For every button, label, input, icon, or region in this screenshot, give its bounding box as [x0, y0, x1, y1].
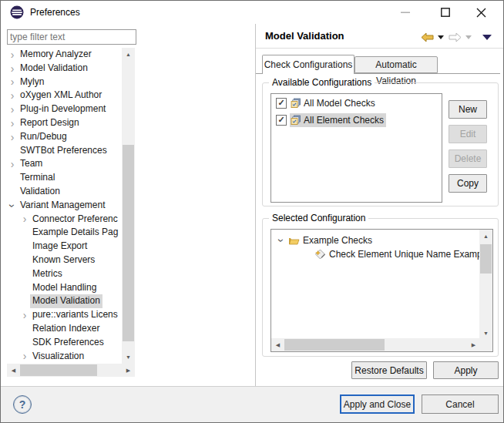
scroll-left-icon[interactable]: ◀ — [271, 338, 284, 351]
tree-vertical-scrollbar[interactable]: ▲ ▼ — [122, 48, 135, 364]
sidebar-item-label: Relation Indexer — [30, 322, 102, 336]
sidebar-item-metrics[interactable]: Metrics — [7, 267, 122, 281]
sidebar-item-label: Metrics — [30, 267, 65, 281]
tree-row[interactable]: › Example Checks — [276, 233, 372, 247]
sidebar-item-known-servers[interactable]: Known Servers — [7, 253, 122, 267]
scroll-right-icon[interactable]: ▶ — [122, 364, 135, 377]
check-configuration-icon — [291, 115, 301, 126]
scroll-up-icon[interactable]: ▲ — [479, 230, 492, 243]
sidebar-item-relation-indexer[interactable]: Relation Indexer — [7, 322, 122, 336]
sidebar-item-example-details-pag[interactable]: Example Details Pag — [7, 226, 122, 240]
list-horizontal-scrollbar[interactable]: ◀ ▶ — [271, 338, 480, 351]
sidebar-item-variant-management[interactable]: › Variant Management — [7, 199, 122, 213]
open-folder-icon — [288, 236, 300, 246]
expander-icon[interactable]: › — [7, 90, 18, 101]
scrollbar-thumb[interactable] — [123, 145, 134, 341]
sidebar-item-model-validation[interactable]: Model Validation — [7, 294, 122, 308]
preferences-dialog: Preferences › Memory Analyzer › Model Va… — [0, 0, 504, 423]
expander-icon[interactable]: › — [276, 235, 287, 246]
expander-icon[interactable]: › — [7, 159, 18, 170]
edit-button[interactable]: Edit — [449, 125, 487, 143]
sidebar-item-team[interactable]: › Team — [7, 157, 122, 171]
sidebar-item-run-debug[interactable]: › Run/Debug — [7, 130, 122, 144]
expander-icon[interactable]: › — [7, 76, 18, 87]
sidebar-item-oxygen-xml-author[interactable]: › oXygen XML Author — [7, 89, 122, 102]
available-configurations-list[interactable]: ✓ All Model Checks ✓ — [270, 93, 442, 203]
delete-button[interactable]: Delete — [449, 149, 487, 168]
sidebar-item-report-design[interactable]: › Report Design — [7, 116, 122, 130]
expander-icon[interactable]: › — [19, 310, 30, 321]
expander-icon[interactable]: › — [19, 351, 30, 361]
sidebar-item-label: Memory Analyzer — [18, 48, 94, 62]
checkbox[interactable]: ✓ — [276, 98, 287, 109]
sidebar-item-model-handling[interactable]: Model Handling — [7, 281, 122, 295]
sidebar-item-label: Run/Debug — [18, 130, 69, 144]
expander-icon[interactable]: › — [7, 49, 18, 60]
checkbox[interactable]: ✓ — [276, 115, 287, 126]
scroll-up-icon[interactable]: ▲ — [122, 48, 135, 61]
sidebar-item-mylyn[interactable]: › Mylyn — [7, 76, 122, 89]
sidebar-item-label: Example Details Pag — [30, 226, 120, 240]
sidebar-item-visualization[interactable]: › Visualization — [7, 350, 122, 364]
forward-history-caret-icon[interactable] — [465, 35, 472, 39]
sidebar-item-label: SWTBot Preferences — [18, 144, 109, 158]
scrollbar-thumb[interactable] — [284, 339, 385, 351]
sidebar-item-label: Model Handling — [30, 281, 99, 295]
cancel-button[interactable]: Cancel — [422, 394, 499, 414]
list-vertical-scrollbar[interactable]: ▲ ▼ — [479, 230, 492, 340]
help-icon[interactable]: ? — [13, 395, 32, 414]
group-label: Available Configurations — [269, 77, 375, 88]
expander-icon[interactable]: › — [7, 104, 18, 115]
expander-icon[interactable]: › — [7, 63, 18, 74]
scrollbar-thumb[interactable] — [480, 244, 492, 274]
scrollbar-thumb[interactable] — [20, 364, 97, 376]
new-button[interactable]: New — [449, 100, 487, 119]
sidebar-item-pure-variants-licens[interactable]: › pure::variants Licens — [7, 308, 122, 322]
scroll-down-icon[interactable]: ▼ — [122, 351, 135, 364]
forward-arrow-icon[interactable] — [449, 32, 462, 42]
sidebar-item-connector-preferenc[interactable]: › Connector Preferenc — [7, 213, 122, 227]
configuration-item-all-element-checks[interactable]: ✓ All Element Checks — [271, 112, 442, 128]
close-button[interactable] — [468, 1, 494, 24]
selected-configuration-tree[interactable]: › Example Checks Check Element Unique Na… — [270, 229, 493, 352]
page-navigation — [421, 32, 499, 44]
filter-input[interactable] — [7, 29, 136, 45]
scroll-left-icon[interactable]: ◀ — [7, 364, 20, 377]
scroll-right-icon[interactable]: ▶ — [467, 338, 480, 351]
sidebar-item-label: Variant Management — [18, 199, 108, 213]
expander-icon[interactable]: › — [7, 200, 18, 211]
view-menu-caret-icon[interactable] — [482, 35, 492, 40]
tab-check-configurations[interactable]: Check Configurations — [262, 55, 354, 74]
sidebar-item-image-export[interactable]: Image Export — [7, 240, 122, 253]
check-example-icon — [314, 249, 326, 260]
expander-icon[interactable]: › — [7, 118, 18, 129]
back-history-caret-icon[interactable] — [438, 35, 444, 39]
maximize-button[interactable] — [432, 1, 459, 24]
sidebar-item-memory-analyzer[interactable]: › Memory Analyzer — [7, 48, 122, 62]
tab-automatic-validation[interactable]: Automatic Validation — [354, 56, 438, 73]
sidebar-item-label: Mylyn — [18, 76, 46, 89]
preferences-tree: › Memory Analyzer › Model Validation › M… — [7, 48, 122, 364]
tree-row[interactable]: Check Element Unique Name Example (Featu… — [314, 247, 493, 261]
expander-icon[interactable]: › — [7, 132, 18, 143]
panel-divider[interactable] — [255, 24, 256, 386]
sidebar-item-swtbot-preferences[interactable]: SWTBot Preferences — [7, 144, 122, 158]
apply-button[interactable]: Apply — [433, 361, 499, 379]
eclipse-logo-icon — [10, 5, 24, 19]
available-configurations-group: Available Configurations ✓ All Model Che… — [262, 82, 499, 206]
sidebar-item-label: SDK Preferences — [30, 336, 106, 350]
sidebar-item-sdk-preferences[interactable]: SDK Preferences — [7, 336, 122, 350]
sidebar-item-model-validation[interactable]: › Model Validation — [7, 62, 122, 76]
sidebar-item-label: oXygen XML Author — [18, 89, 104, 102]
sidebar-item-plug-in-development[interactable]: › Plug-in Development — [7, 102, 122, 116]
restore-defaults-button[interactable]: Restore Defaults — [351, 361, 427, 379]
expander-icon[interactable]: › — [19, 213, 30, 224]
configuration-item-all-model-checks[interactable]: ✓ All Model Checks — [271, 96, 442, 111]
sidebar-item-terminal[interactable]: Terminal — [7, 171, 122, 185]
copy-button[interactable]: Copy — [449, 174, 487, 193]
sidebar-item-validation[interactable]: Validation — [7, 185, 122, 199]
back-arrow-icon[interactable] — [421, 32, 434, 42]
apply-and-close-button[interactable]: Apply and Close — [340, 394, 415, 414]
tree-horizontal-scrollbar[interactable]: ◀ ▶ — [7, 364, 135, 377]
minimize-button[interactable] — [392, 1, 418, 24]
